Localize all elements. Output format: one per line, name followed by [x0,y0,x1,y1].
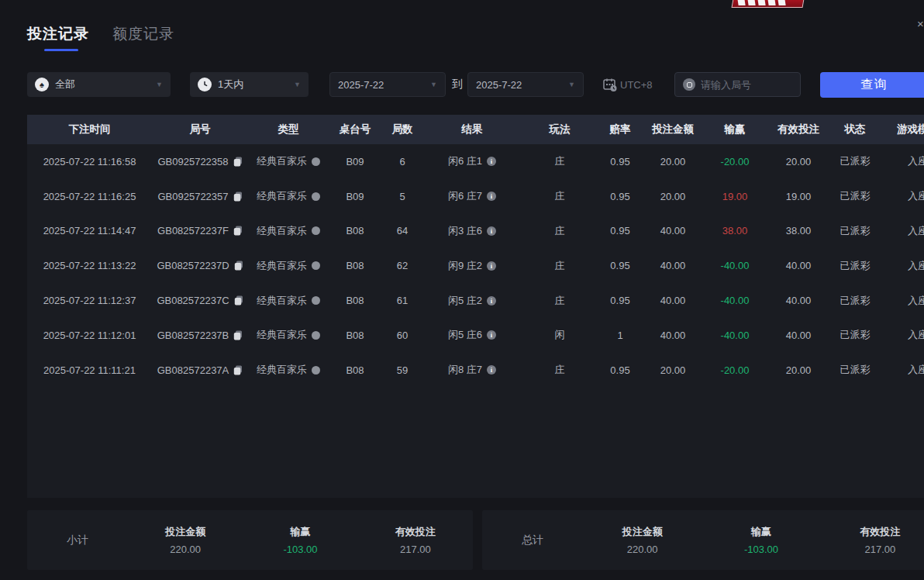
table-row: 2025-07-22 11:14:47GB082572237F经典百家乐B086… [27,214,924,249]
filter-bar: ♠ 全部 ▼ 1天内 ▼ 2025-7-22 ▼ 到 2025-7-22 ▼ U… [0,72,924,97]
info-icon[interactable]: i [487,296,496,306]
cell-odds: 0.95 [598,179,642,214]
table-row: 2025-07-22 11:16:58GB0925722358经典百家乐B096… [27,144,924,179]
copy-icon[interactable] [233,365,243,375]
game-type-dropdown[interactable]: ♠ 全部 ▼ [27,72,171,97]
time-range-dropdown[interactable]: 1天内 ▼ [190,72,309,97]
chevron-down-icon: ▼ [294,81,301,88]
cell-amount: 20.00 [642,179,704,214]
chevron-down-icon: ▼ [568,81,575,88]
cell-status: 已派彩 [831,214,879,249]
table-row: 2025-07-22 11:12:37GB082572237C经典百家乐B086… [27,283,924,318]
cell-round-id: GB082572237F [152,214,248,249]
column-header: 下注时间 [27,115,152,144]
cell-mode: 入座 [879,283,924,318]
cell-status: 已派彩 [831,248,879,283]
copy-icon[interactable] [234,261,243,271]
timezone-label: UTC+8 [620,79,653,91]
cell-valid-bet: 38.00 [766,214,831,249]
cell-result: 闲3 庄6i [423,214,521,249]
game-dot-icon [312,226,320,235]
cell-result: 闲9 庄2i [423,248,521,283]
round-search-input[interactable] [701,79,786,91]
cell-round-id: GB0925722357 [152,179,248,214]
cell-table-no: B09 [329,144,381,179]
cell-mode: 入座 [879,214,924,249]
date-to-value: 2025-7-22 [476,79,522,91]
table-body: 2025-07-22 11:16:58GB0925722358经典百家乐B096… [27,144,924,388]
date-to-picker[interactable]: 2025-7-22 ▼ [467,72,584,97]
spade-icon: ♠ [35,78,49,91]
cell-bet: 庄 [521,144,598,179]
column-header: 有效投注 [766,115,831,144]
cell-odds: 1 [598,318,642,353]
info-icon[interactable]: i [487,157,496,166]
copy-icon[interactable] [234,295,243,306]
info-icon[interactable]: i [487,330,496,340]
cell-odds: 0.95 [598,353,642,388]
time-range-value: 1天内 [218,78,243,91]
game-dot-icon [312,366,320,375]
column-header: 玩法 [521,115,598,144]
timezone-indicator[interactable]: UTC+8 [602,77,653,92]
close-icon[interactable]: × [917,17,924,30]
column-header: 游戏模式 [879,115,924,144]
cell-valid-bet: 40.00 [766,318,831,353]
copy-icon[interactable] [233,192,243,202]
info-icon[interactable]: i [487,192,496,201]
table-row: 2025-07-22 11:11:21GB082572237A经典百家乐B085… [27,353,924,388]
column-header: 输赢 [704,115,766,144]
brand-logo [732,0,805,8]
cell-game: 经典百家乐 [248,214,329,249]
cell-result: 闲6 庄7i [423,179,521,214]
cell-win-loss: 19.00 [704,179,766,214]
info-icon[interactable]: i [487,261,496,271]
bet-records-table: 下注时间局号类型桌台号局数结果玩法赔率投注金额输赢有效投注状态游戏模式 2025… [27,115,924,498]
round-number-icon [683,78,695,91]
game-dot-icon [312,192,320,201]
cell-status: 已派彩 [831,144,879,179]
copy-icon[interactable] [233,330,243,340]
date-from-picker[interactable]: 2025-7-22 ▼ [329,72,446,97]
cell-game: 经典百家乐 [248,318,329,353]
subtotal-win-loss: 输赢 -103.00 [243,525,357,555]
cell-round-id: GB082572237C [152,283,248,318]
cell-bet: 庄 [521,283,598,318]
column-header: 局数 [381,115,423,144]
cell-mode: 入座 [879,248,924,283]
info-icon[interactable]: i [487,365,496,375]
cell-mode: 入座 [879,179,924,214]
table-row: 2025-07-22 11:16:25GB0925722357经典百家乐B095… [27,179,924,214]
subtotal-valid-bet: 有效投注 217.00 [358,525,473,555]
info-icon[interactable]: i [487,226,496,236]
total-win-loss: 输赢 -103.00 [702,525,820,555]
table-row: 2025-07-22 11:13:22GB082572237D经典百家乐B086… [27,248,924,283]
cell-game: 经典百家乐 [248,283,329,318]
cell-status: 已派彩 [831,353,879,388]
column-header: 类型 [248,115,329,144]
cell-amount: 40.00 [642,283,704,318]
cell-amount: 20.00 [642,144,704,179]
cell-round-no: 62 [381,248,423,283]
total-valid-bet: 有效投注 217.00 [821,525,924,555]
query-button[interactable]: 查询 [820,72,924,98]
copy-icon[interactable] [233,157,243,167]
cell-round-no: 64 [381,214,423,249]
cell-mode: 入座 [879,144,924,179]
cell-table-no: B08 [329,248,381,283]
cell-bet: 庄 [521,248,598,283]
total-panel: 总计 投注金额 220.00 输赢 -103.00 有效投注 217.00 [482,510,924,570]
cell-mode: 入座 [879,318,924,353]
cell-valid-bet: 19.00 [766,179,831,214]
to-label: 到 [452,78,463,91]
cell-table-no: B08 [329,214,381,249]
cell-time: 2025-07-22 11:16:58 [27,144,152,179]
copy-icon[interactable] [233,226,243,236]
cell-amount: 40.00 [642,214,704,249]
tab-bet-records[interactable]: 投注记录 [27,24,89,44]
cell-bet: 庄 [521,179,598,214]
cell-time: 2025-07-22 11:12:01 [27,318,152,353]
subtotal-bet-amount: 投注金额 220.00 [128,525,243,555]
tab-quota-records[interactable]: 额度记录 [112,24,174,44]
subtotal-label: 小计 [27,533,128,547]
